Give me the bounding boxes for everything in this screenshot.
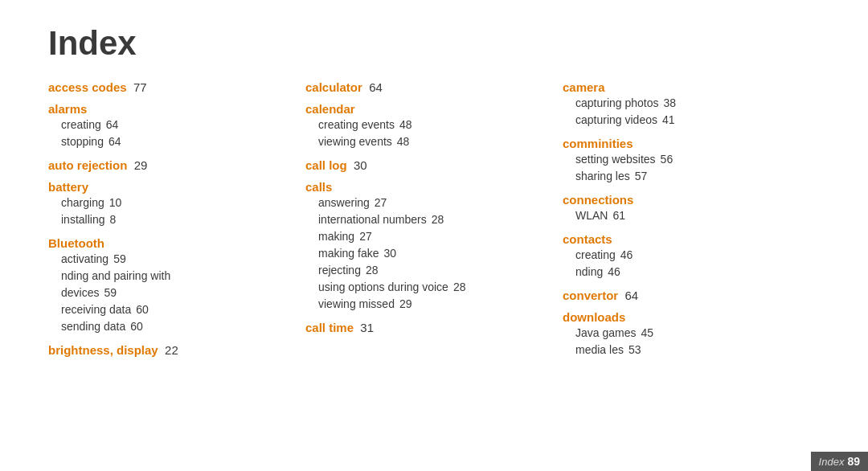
list-item: connections WLAN 61 — [563, 193, 804, 224]
sub-page: 48 — [399, 117, 412, 133]
entry-label: Bluetooth — [48, 236, 104, 250]
entry-page: 77 — [130, 80, 147, 94]
footer-label: Index — [819, 456, 845, 468]
list-item: downloads Java games 45 media les 53 — [563, 310, 804, 358]
entry-page: 30 — [350, 158, 367, 172]
page-title: Index — [48, 24, 820, 63]
sub-label: international numbers — [318, 211, 427, 228]
sub-label: Java games — [575, 325, 636, 342]
sub-entries: charging 10 installing 8 — [61, 195, 289, 228]
sub-page: 27 — [375, 195, 387, 211]
sub-label: WLAN — [575, 207, 608, 224]
sub-label: making — [318, 228, 354, 245]
sub-label: receiving data — [61, 301, 131, 318]
sub-label: using options during voice — [318, 279, 448, 296]
entry-header: auto rejection 29 — [48, 158, 289, 172]
sub-label: creating events — [318, 117, 395, 133]
sub-label: nding — [575, 264, 603, 281]
footer-bar: Index 89 — [811, 452, 868, 471]
sub-entry: making fake 30 — [318, 245, 547, 262]
sub-entry: WLAN 61 — [575, 207, 804, 224]
sub-page: 64 — [108, 133, 121, 150]
list-item: calls answering 27 international numbers… — [305, 180, 547, 313]
entry-page: 31 — [357, 321, 374, 334]
entry-page: 64 — [621, 289, 638, 302]
sub-entry: nding 46 — [575, 264, 804, 281]
sub-entries: answering 27 international numbers 28 ma… — [318, 195, 547, 313]
sub-label: devices — [61, 285, 99, 301]
entry-header: alarms — [48, 102, 289, 116]
sub-label: nding and pairing with — [61, 268, 170, 285]
sub-entry: media les 53 — [575, 342, 804, 358]
entry-page: 22 — [162, 343, 178, 357]
entry-label: contacts — [563, 232, 612, 246]
sub-entry: stopping 64 — [61, 133, 289, 150]
list-item: comminities setting websites 56 sharing … — [563, 137, 804, 185]
sub-entry: receiving data 60 — [61, 301, 289, 318]
list-item: auto rejection 29 — [48, 158, 289, 172]
entry-header: call log 30 — [305, 158, 547, 172]
sub-entry: capturing videos 41 — [575, 112, 804, 129]
sub-label: sending data — [61, 318, 125, 335]
sub-entry: creating events 48 — [318, 117, 547, 133]
list-item: access codes 77 — [48, 80, 289, 94]
sub-entry: sending data 60 — [61, 318, 289, 335]
entry-label: alarms — [48, 102, 87, 116]
list-item: brightness, display 22 — [48, 343, 289, 357]
sub-entries: setting websites 56 sharing les 57 — [575, 151, 804, 185]
list-item: call log 30 — [305, 158, 547, 172]
sub-entry: nding and pairing with — [61, 268, 289, 285]
sub-label: media les — [575, 342, 624, 358]
sub-page: 60 — [130, 318, 143, 335]
entry-header: calculator 64 — [305, 80, 547, 94]
sub-page: 56 — [661, 151, 674, 168]
page-container: Index access codes 77 alarms creating 64 — [0, 0, 868, 471]
entry-label: calls — [305, 180, 332, 194]
entry-label: downloads — [563, 310, 625, 324]
sub-page: 46 — [620, 247, 633, 264]
entry-label: call log — [305, 158, 347, 172]
entry-header: calendar — [305, 102, 547, 116]
sub-entry: Java games 45 — [575, 325, 804, 342]
sub-entry: capturing photos 38 — [575, 95, 804, 112]
entry-label: comminities — [563, 137, 633, 150]
sub-entry: setting websites 56 — [575, 151, 804, 168]
sub-entries: creating 46 nding 46 — [575, 247, 804, 281]
sub-page: 38 — [664, 95, 677, 112]
entry-header: comminities — [563, 137, 804, 150]
sub-entry: making 27 — [318, 228, 547, 245]
list-item: alarms creating 64 stopping 64 — [48, 102, 289, 150]
entry-label: brightness, display — [48, 343, 158, 357]
sub-label: charging — [61, 195, 104, 211]
sub-page: 10 — [109, 195, 122, 211]
sub-label: creating — [575, 247, 616, 264]
list-item: Bluetooth activating 59 nding and pairin… — [48, 236, 289, 335]
sub-page: 28 — [366, 262, 379, 279]
column-1: access codes 77 alarms creating 64 stopp… — [48, 80, 305, 367]
entry-label: connections — [563, 193, 633, 207]
entry-label: battery — [48, 180, 88, 194]
sub-entry: rejecting 28 — [318, 262, 547, 279]
sub-entries: creating events 48 viewing events 48 — [318, 117, 547, 150]
sub-entry: answering 27 — [318, 195, 547, 211]
list-item: calendar creating events 48 viewing even… — [305, 102, 547, 150]
entry-header: camera — [563, 80, 804, 94]
sub-label: creating — [61, 117, 101, 133]
entry-label: calculator — [305, 80, 362, 94]
sub-page: 59 — [113, 251, 126, 268]
sub-label: answering — [318, 195, 370, 211]
sub-page: 48 — [397, 133, 410, 150]
columns-wrapper: access codes 77 alarms creating 64 stopp… — [48, 80, 820, 367]
sub-page: 64 — [106, 117, 119, 133]
entry-header: access codes 77 — [48, 80, 289, 94]
sub-label: stopping — [61, 133, 104, 150]
sub-label: making fake — [318, 245, 379, 262]
entry-label: auto rejection — [48, 158, 127, 172]
sub-entry: viewing missed 29 — [318, 296, 547, 313]
sub-page: 41 — [662, 112, 675, 129]
sub-label: viewing events — [318, 133, 392, 150]
entry-header: Bluetooth — [48, 236, 289, 250]
sub-page: 27 — [359, 228, 372, 245]
sub-entries: WLAN 61 — [575, 207, 804, 224]
sub-entries: capturing photos 38 capturing videos 41 — [575, 95, 804, 129]
